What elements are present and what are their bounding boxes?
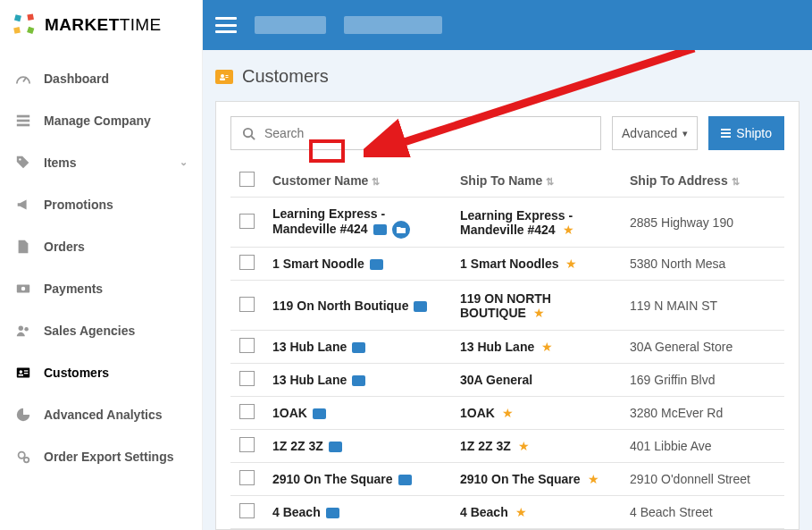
- star-icon: ★: [502, 406, 514, 420]
- svg-point-18: [19, 451, 25, 458]
- shipto-label: Shipto: [736, 126, 772, 140]
- sidebar-item-sales-agencies[interactable]: Sales Agencies: [0, 309, 202, 351]
- row-checkbox[interactable]: [239, 214, 255, 229]
- logo-text: MARKETTIME: [45, 15, 162, 35]
- row-checkbox[interactable]: [239, 404, 255, 419]
- sidebar-item-payments[interactable]: Payments: [0, 267, 202, 309]
- sidebar-item-manage-company[interactable]: Manage Company: [0, 99, 202, 141]
- ship-to-name: 13 Hub Lane: [460, 340, 534, 354]
- speedometer-icon: [14, 70, 32, 88]
- search-input[interactable]: [264, 126, 590, 140]
- id-card-icon: [398, 475, 412, 485]
- list-icon: [14, 112, 32, 130]
- logo-mark-icon: [13, 13, 38, 38]
- menu-toggle[interactable]: [215, 17, 237, 33]
- svg-point-14: [20, 370, 23, 374]
- customer-name: 1OAK: [272, 406, 307, 420]
- search-icon: [242, 127, 255, 140]
- select-all-checkbox[interactable]: [239, 172, 255, 187]
- customer-name: 13 Hub Lane: [272, 340, 347, 354]
- svg-line-25: [251, 136, 255, 139]
- id-card-icon: [329, 442, 342, 452]
- svg-point-19: [24, 457, 29, 461]
- svg-rect-2: [13, 27, 21, 34]
- col-ship-to-address[interactable]: Ship To Address⇅: [621, 164, 784, 198]
- document-icon: [14, 238, 32, 256]
- table-row[interactable]: 119 On North Boutique119 ON NORTH BOUTIQ…: [230, 281, 784, 331]
- ship-to-name: 1Z 2Z 3Z: [460, 439, 511, 453]
- row-checkbox[interactable]: [239, 470, 255, 485]
- sidebar-item-label: Advanced Analytics: [44, 408, 163, 422]
- gears-icon: [14, 448, 32, 466]
- search-box[interactable]: [230, 116, 601, 150]
- sort-icon: ⇅: [546, 176, 554, 187]
- row-checkbox[interactable]: [239, 255, 255, 270]
- shipto-button[interactable]: Shipto: [708, 116, 784, 150]
- table-row[interactable]: 2910 On The Square2910 On The Square ★29…: [230, 463, 784, 496]
- piechart-icon: [14, 406, 32, 424]
- ship-to-name: 4 Beach: [460, 505, 508, 519]
- row-checkbox[interactable]: [239, 503, 255, 518]
- sidebar-item-label: Order Export Settings: [44, 450, 173, 464]
- redacted-text: [255, 16, 326, 34]
- row-checkbox[interactable]: [239, 371, 255, 386]
- id-card-icon: [352, 342, 365, 353]
- sidebar-item-label: Manage Company: [44, 114, 151, 128]
- advanced-button[interactable]: Advanced ▾: [612, 116, 698, 150]
- star-icon: ★: [518, 439, 530, 453]
- svg-rect-5: [17, 114, 29, 117]
- folder-icon[interactable]: [392, 221, 410, 239]
- customers-table: Customer Name⇅ Ship To Name⇅ Ship To Add…: [230, 164, 784, 529]
- redacted-text: [344, 16, 442, 34]
- sidebar-item-advanced-analytics[interactable]: Advanced Analytics: [0, 393, 202, 435]
- id-card-icon: [313, 408, 326, 419]
- table-row[interactable]: 13 Hub Lane13 Hub Lane ★30A General Stor…: [230, 331, 784, 364]
- sidebar-item-label: Customers: [44, 366, 109, 380]
- row-checkbox[interactable]: [239, 297, 255, 312]
- ship-to-name: 2910 On The Square: [460, 472, 581, 486]
- svg-rect-6: [17, 119, 29, 122]
- svg-point-10: [21, 286, 26, 290]
- sidebar-item-dashboard[interactable]: Dashboard: [0, 57, 202, 99]
- row-checkbox[interactable]: [239, 338, 255, 353]
- customers-panel: Advanced ▾ Shipto Customer Name⇅: [215, 101, 799, 530]
- table-row[interactable]: Learning Express - Mandeville #424Learni…: [230, 198, 784, 248]
- table-row[interactable]: 13 Hub Lane30A General169 Griffin Blvd: [230, 364, 784, 397]
- sidebar-item-label: Promotions: [44, 198, 113, 212]
- chevron-down-icon: ⌄: [180, 156, 188, 168]
- sidebar-item-label: Dashboard: [44, 72, 109, 86]
- col-customer-name[interactable]: Customer Name⇅: [264, 164, 451, 198]
- star-icon: ★: [563, 223, 574, 237]
- sidebar-item-items[interactable]: Items⌄: [0, 141, 202, 183]
- logo: MARKETTIME: [0, 0, 203, 50]
- table-row[interactable]: 4 Beach4 Beach ★4 Beach Street: [230, 496, 784, 529]
- sidebar-item-promotions[interactable]: Promotions: [0, 183, 202, 225]
- svg-rect-7: [17, 123, 29, 126]
- ship-to-address: 2885 Highway 190: [621, 198, 784, 248]
- id-card-icon: [352, 375, 365, 386]
- sidebar-item-order-export-settings[interactable]: Order Export Settings: [0, 435, 202, 477]
- people-icon: [14, 322, 32, 340]
- topbar: [203, 0, 812, 50]
- customer-name: 2910 On The Square: [272, 472, 393, 486]
- table-row[interactable]: 1 Smart Noodle1 Smart Noodles ★5380 Nort…: [230, 248, 784, 281]
- id-card-icon: [373, 224, 387, 235]
- sort-icon: ⇅: [732, 176, 740, 187]
- svg-rect-17: [24, 373, 29, 374]
- table-row[interactable]: 1OAK1OAK ★3280 McEver Rd: [230, 397, 784, 430]
- table-row[interactable]: 1Z 2Z 3Z1Z 2Z 3Z ★401 Libbie Ave: [230, 430, 784, 463]
- svg-rect-0: [14, 14, 21, 21]
- svg-rect-21: [220, 78, 225, 80]
- ship-to-address: 4 Beach Street: [621, 496, 784, 529]
- id-card-icon: [14, 364, 32, 382]
- row-checkbox[interactable]: [239, 437, 255, 452]
- ship-to-address: 5380 North Mesa: [621, 248, 784, 281]
- star-icon: ★: [541, 340, 553, 354]
- customer-name: Learning Express - Mandeville #424: [272, 206, 385, 236]
- id-card-icon: [414, 301, 427, 312]
- sidebar-item-orders[interactable]: Orders: [0, 225, 202, 267]
- col-ship-to-name[interactable]: Ship To Name⇅: [451, 164, 621, 198]
- customer-name: 13 Hub Lane: [272, 373, 347, 387]
- sidebar-item-customers[interactable]: Customers: [0, 351, 202, 393]
- page-title-text: Customers: [242, 66, 329, 87]
